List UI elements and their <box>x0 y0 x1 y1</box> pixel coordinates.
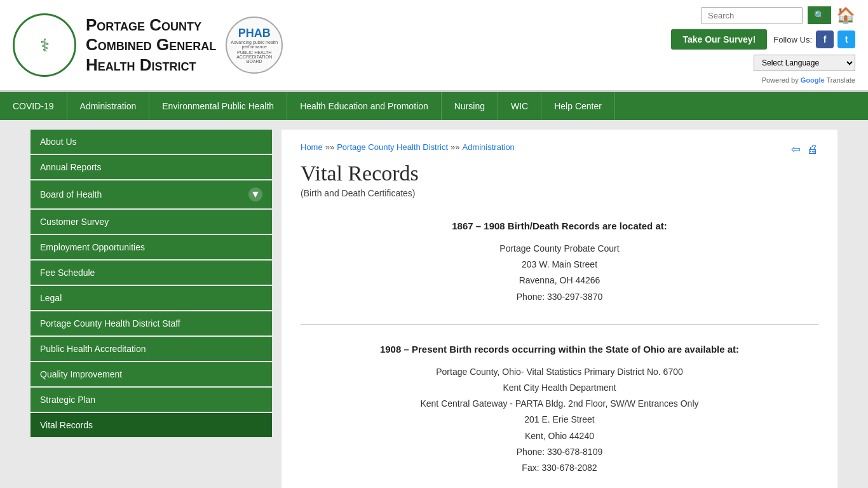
sidebar-label-employment: Employment Opportunities <box>40 242 145 252</box>
breadcrumb-sep2: »» <box>451 142 459 152</box>
powered-by: Powered by Google Translate <box>762 76 855 84</box>
header-right: 🔍 🏠 Take Our Survey! Follow Us: f t Sele… <box>671 6 855 84</box>
sidebar-label-vital-records: Vital Records <box>40 420 93 430</box>
breadcrumb-level3[interactable]: Administration <box>462 142 514 152</box>
breadcrumb-row: Home »» Portage County Health District »… <box>301 142 818 161</box>
sidebar-item-annual-reports[interactable]: Annual Reports <box>31 155 272 179</box>
nav-nursing[interactable]: Nursing <box>442 92 498 120</box>
nav-covid[interactable]: COVID-19 <box>0 92 67 120</box>
follow-us-label: Follow Us: <box>773 35 812 44</box>
main-layout: About Us Annual Reports Board of Health … <box>21 130 847 488</box>
follow-us: Follow Us: f t <box>773 30 855 48</box>
sidebar-item-accreditation[interactable]: Public Health Accreditation <box>31 337 272 361</box>
sidebar-label-staff: Portage County Health District Staff <box>40 318 180 329</box>
language-select[interactable]: Select Language <box>754 55 855 71</box>
sidebar-label-customer-survey: Customer Survey <box>40 217 109 227</box>
nav-environmental[interactable]: Environmental Public Health <box>149 92 287 120</box>
nav-health-ed[interactable]: Health Education and Promotion <box>287 92 442 120</box>
sidebar-item-employment[interactable]: Employment Opportunities <box>31 235 272 259</box>
section1-heading: 1867 – 1908 Birth/Death Records are loca… <box>307 220 812 231</box>
breadcrumb-sep1: »» <box>325 142 334 152</box>
sidebar-item-staff[interactable]: Portage County Health District Staff <box>31 311 272 336</box>
section2-line1: Portage County, Ohio- Vital Statistics P… <box>436 367 683 377</box>
print-button[interactable]: 🖨 <box>807 142 818 156</box>
section-divider <box>301 324 818 325</box>
sidebar-item-legal[interactable]: Legal <box>31 286 272 310</box>
survey-row: Take Our Survey! Follow Us: f t <box>671 29 855 50</box>
sidebar-item-board-of-health[interactable]: Board of Health ▼ <box>31 180 272 208</box>
record-section-1: 1867 – 1908 Birth/Death Records are loca… <box>301 211 818 315</box>
share-button[interactable]: ⇦ <box>791 142 801 156</box>
page-subtitle: (Birth and Death Certificates) <box>301 188 818 198</box>
main-nav: COVID-19 Administration Environmental Pu… <box>0 92 868 120</box>
search-input[interactable] <box>701 7 803 24</box>
sidebar-label-fee-schedule: Fee Schedule <box>40 268 95 278</box>
nav-wic[interactable]: WIC <box>498 92 541 120</box>
sidebar-label-accreditation: Public Health Accreditation <box>40 344 146 354</box>
section2-line3: Kent Central Gateway - PARTA Bldg. 2nd F… <box>420 398 698 409</box>
breadcrumb: Home »» Portage County Health District »… <box>301 142 515 152</box>
sidebar: About Us Annual Reports Board of Health … <box>31 130 272 488</box>
breadcrumb-icons: ⇦ 🖨 <box>791 142 818 156</box>
sidebar-label-annual-reports: Annual Reports <box>40 162 102 172</box>
section2-line6: Phone: 330-678-8109 <box>517 447 602 457</box>
google-brand: Google <box>801 76 825 84</box>
breadcrumb-level2[interactable]: Portage County Health District <box>337 142 448 152</box>
sidebar-label-board-of-health: Board of Health <box>40 189 102 200</box>
sidebar-item-vital-records[interactable]: Vital Records <box>31 413 272 437</box>
sidebar-item-about-us[interactable]: About Us <box>31 130 272 154</box>
breadcrumb-home[interactable]: Home <box>301 142 323 152</box>
facebook-icon[interactable]: f <box>816 30 834 48</box>
sidebar-label-about-us: About Us <box>40 137 77 147</box>
home-button[interactable]: 🏠 <box>836 6 855 24</box>
search-button[interactable]: 🔍 <box>808 6 831 24</box>
section2-heading: 1908 – Present Birth records occurring w… <box>307 344 812 355</box>
sidebar-label-legal: Legal <box>40 293 62 303</box>
logo-area: ⚕ Portage CountyCombined GeneralHealth D… <box>13 13 283 77</box>
page-title: Vital Records <box>301 161 818 186</box>
section1-line2: 203 W. Main Street <box>522 259 597 269</box>
nav-administration[interactable]: Administration <box>67 92 150 120</box>
section2-line2: Kent City Health Department <box>503 383 616 393</box>
sidebar-label-quality: Quality Improvement <box>40 369 122 379</box>
twitter-icon[interactable]: t <box>837 30 855 48</box>
section1-line4: Phone: 330-297-3870 <box>517 292 602 302</box>
sidebar-label-strategic-plan: Strategic Plan <box>40 395 95 405</box>
sidebar-item-customer-survey[interactable]: Customer Survey <box>31 210 272 234</box>
section2-line7: Fax: 330-678-2082 <box>522 463 597 473</box>
survey-button[interactable]: Take Our Survey! <box>671 29 767 50</box>
org-logo: ⚕ <box>13 13 76 77</box>
language-row: Select Language <box>754 55 855 71</box>
org-name: Portage CountyCombined GeneralHealth Dis… <box>86 15 216 75</box>
site-header: ⚕ Portage CountyCombined GeneralHealth D… <box>0 0 868 92</box>
section1-line1: Portage County Probate Court <box>499 243 619 254</box>
section2-line4: 201 E. Erie Street <box>524 414 595 424</box>
section2-line5: Kent, Ohio 44240 <box>525 431 594 441</box>
record-section-2: 1908 – Present Birth records occurring w… <box>301 334 818 485</box>
phab-badge: PHAB Advancing public health performance… <box>226 17 283 74</box>
nav-help[interactable]: Help Center <box>541 92 615 120</box>
chevron-down-icon: ▼ <box>248 187 262 201</box>
content-area: Home »» Portage County Health District »… <box>281 130 837 488</box>
sidebar-item-strategic-plan[interactable]: Strategic Plan <box>31 388 272 412</box>
search-row: 🔍 🏠 <box>701 6 855 24</box>
sidebar-item-fee-schedule[interactable]: Fee Schedule <box>31 261 272 285</box>
sidebar-item-quality[interactable]: Quality Improvement <box>31 362 272 386</box>
section1-line3: Ravenna, OH 44266 <box>519 275 600 285</box>
